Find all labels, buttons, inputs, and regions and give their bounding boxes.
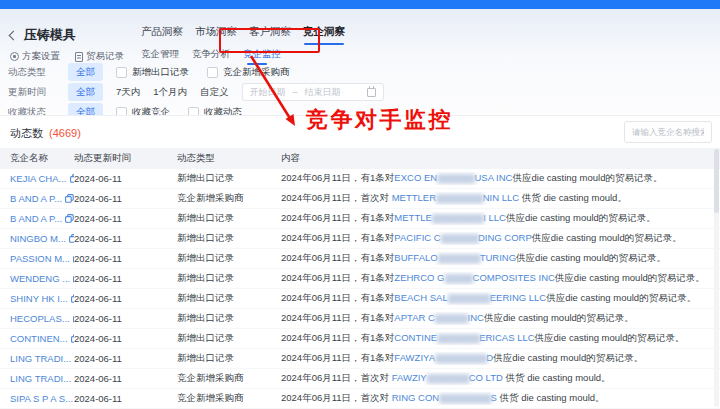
calendar-icon[interactable] <box>367 88 376 97</box>
company-name-link[interactable]: CONTINEN... <box>10 333 68 344</box>
company-name-link[interactable]: WENDENG ... <box>10 273 70 284</box>
table-row[interactable]: PASSION M... 2024-06-11 新增出口记录 2024年06月1… <box>0 249 720 269</box>
row-content: 2024年06月11日，有1条对METTLE███████████I LLC供应… <box>281 212 720 225</box>
column-header-time: 动态更新时间 <box>74 152 177 165</box>
table-row[interactable]: KEJIA CHA... 2024-06-11 新增出口记录 2024年06月1… <box>0 169 720 189</box>
gear-icon <box>10 52 19 61</box>
sub-tabs: 竞企管理 竞争分析 竞企监控 <box>141 46 281 62</box>
option-7-days[interactable]: 7天内 <box>116 86 140 99</box>
row-dynamic-type: 新增出口记录 <box>177 352 281 365</box>
company-name-link[interactable]: B AND A P... <box>10 193 62 204</box>
row-dynamic-type: 新增出口记录 <box>177 272 281 285</box>
table-row[interactable]: LING TRADI... 2024-06-11 竞企新增采购商 2024年06… <box>0 369 720 389</box>
column-header-name: 竞企名称 <box>0 152 74 165</box>
breadcrumb[interactable]: 压铸模具 <box>10 26 76 44</box>
filter-row-dynamic-type: 动态类型 全部 新增出口记录 竞企新增采购商 <box>8 62 568 82</box>
row-content: 2024年06月11日，有1条对ZEHRCO G██████COMPOSITES… <box>281 272 720 285</box>
company-name-link[interactable]: KEJIA CHA... <box>10 173 67 184</box>
content-card: 动态数 (4669) 竞企名称 动态更新时间 动态类型 内容 KEJIA CHA… <box>0 116 720 409</box>
checkbox-new-export-record[interactable]: 新增出口记录 <box>116 66 189 79</box>
table-row[interactable]: CONTINEN... 2024-06-11 新增出口记录 2024年06月11… <box>0 329 720 349</box>
filter-row-update-time: 更新时间 全部 7天内 1个月内 自定义 开始日期 – 结束日期 <box>8 82 568 102</box>
tab-market-insight[interactable]: 市场洞察 <box>195 25 237 45</box>
row-dynamic-type: 新增出口记录 <box>177 172 281 185</box>
filter-all-button[interactable]: 全部 <box>68 83 103 101</box>
date-range-picker[interactable]: 开始日期 – 结束日期 <box>242 83 384 101</box>
copy-icon[interactable] <box>65 214 74 223</box>
table-row[interactable]: HECOPLAS... 2024-06-11 新增出口记录 2024年06月11… <box>0 309 720 329</box>
table-row[interactable]: B AND A P... 2024-06-11 新增出口记录 2024年06月1… <box>0 209 720 229</box>
row-update-time: 2024-06-11 <box>74 253 177 264</box>
row-content: 2024年06月11日，首次对 RING CON███████████S 供货 … <box>281 392 720 405</box>
option-custom[interactable]: 自定义 <box>200 86 229 99</box>
table-body: KEJIA CHA... 2024-06-11 新增出口记录 2024年06月1… <box>0 169 720 409</box>
count-value: (4669) <box>49 127 81 139</box>
row-dynamic-type: 竞企新增采购商 <box>177 392 281 405</box>
row-dynamic-type: 竞企新增采购商 <box>177 372 281 385</box>
row-dynamic-type: 新增出口记录 <box>177 212 281 225</box>
row-content: 2024年06月11日，有1条对FAWZIYA███████████D供应die… <box>281 352 720 365</box>
table-row[interactable]: SIPA S P A S... 2024-06-11 竞企新增采购商 2024年… <box>0 389 720 409</box>
main-tabs: 产品洞察 市场洞察 客户洞察 竞企洞察 <box>141 25 345 45</box>
count-label: 动态数 <box>10 127 43 139</box>
row-update-time: 2024-06-11 <box>74 353 177 364</box>
tab-product-insight[interactable]: 产品洞察 <box>141 25 183 45</box>
row-update-time: 2024-06-11 <box>74 293 177 304</box>
option-1-month[interactable]: 1个月内 <box>153 86 187 99</box>
row-update-time: 2024-06-11 <box>74 393 177 404</box>
search-input[interactable] <box>624 121 712 143</box>
tab-competitor-insight[interactable]: 竞企洞察 <box>303 25 345 45</box>
subtab-competition-monitor[interactable]: 竞企监控 <box>243 48 281 61</box>
row-update-time: 2024-06-11 <box>74 313 177 324</box>
scrollbar-thumb[interactable] <box>714 149 719 213</box>
page-title: 压铸模具 <box>24 26 76 44</box>
filter-label: 动态类型 <box>8 66 68 79</box>
tab-customer-insight[interactable]: 客户洞察 <box>249 25 291 45</box>
back-icon[interactable] <box>9 30 19 40</box>
subtab-competitor-management[interactable]: 竞企管理 <box>141 48 179 61</box>
table-row[interactable]: WENDENG ... 2024-06-11 新增出口记录 2024年06月11… <box>0 269 720 289</box>
date-separator: – <box>293 87 298 97</box>
row-update-time: 2024-06-11 <box>74 333 177 344</box>
company-name-link[interactable]: LING TRADI... <box>10 353 71 364</box>
checkbox-label: 新增出口记录 <box>132 66 189 79</box>
checkbox-icon[interactable] <box>116 67 127 78</box>
row-update-time: 2024-06-11 <box>74 373 177 384</box>
row-dynamic-type: 新增出口记录 <box>177 252 281 265</box>
company-name-link[interactable]: HECOPLAS... <box>10 313 70 324</box>
checkbox-new-buyer[interactable]: 竞企新增采购商 <box>207 66 290 79</box>
row-update-time: 2024-06-11 <box>74 193 177 204</box>
row-dynamic-type: 竞企新增采购商 <box>177 192 281 205</box>
filter-all-button[interactable]: 全部 <box>68 63 103 81</box>
table-row[interactable]: LING TRADI... 2024-06-11 新增出口记录 2024年06月… <box>0 349 720 369</box>
checkbox-label: 竞企新增采购商 <box>223 66 290 79</box>
column-header-content: 内容 <box>281 152 720 165</box>
copy-icon[interactable] <box>65 194 74 203</box>
top-accent-bar <box>0 0 720 9</box>
row-content: 2024年06月11日，有1条对PACIFIC C████████DING CO… <box>281 232 720 245</box>
company-name-link[interactable]: SHINY HK I... <box>10 293 68 304</box>
dynamic-count: 动态数 (4669) <box>10 126 81 141</box>
vertical-scrollbar[interactable] <box>714 149 719 407</box>
table-row[interactable]: NINGBO M... 2024-06-11 新增出口记录 2024年06月11… <box>0 229 720 249</box>
row-content: 2024年06月11日，有1条对CONTINE█████████ERICAS L… <box>281 332 720 345</box>
table-row[interactable]: B AND A P... 2024-06-11 竞企新增采购商 2024年06月… <box>0 189 720 209</box>
row-content: 2024年06月11日，有1条对APTAR C███████INC供应die c… <box>281 312 720 325</box>
row-update-time: 2024-06-11 <box>74 273 177 284</box>
start-date-placeholder[interactable]: 开始日期 <box>250 86 286 99</box>
company-name-link[interactable]: PASSION M... <box>10 253 70 264</box>
company-name-link[interactable]: B AND A P... <box>10 213 62 224</box>
company-name-link[interactable]: SIPA S P A S... <box>10 393 73 404</box>
row-update-time: 2024-06-11 <box>74 173 177 184</box>
row-dynamic-type: 新增出口记录 <box>177 232 281 245</box>
row-content: 2024年06月11日，有1条对BEACH SAL█████████EERING… <box>281 292 720 305</box>
row-update-time: 2024-06-11 <box>74 213 177 224</box>
page-header: 压铸模具 方案设置 贸易记录 产品洞察 市场洞察 客户洞察 竞企洞察 竞企管理 … <box>0 9 720 116</box>
company-name-link[interactable]: NINGBO M... <box>10 233 66 244</box>
subtab-competition-analysis[interactable]: 竞争分析 <box>192 48 230 61</box>
company-name-link[interactable]: LING TRADI... <box>10 373 71 384</box>
table-row[interactable]: SHINY HK I... 2024-06-11 新增出口记录 2024年06月… <box>0 289 720 309</box>
row-dynamic-type: 新增出口记录 <box>177 292 281 305</box>
checkbox-icon[interactable] <box>207 67 218 78</box>
end-date-placeholder[interactable]: 结束日期 <box>305 86 341 99</box>
